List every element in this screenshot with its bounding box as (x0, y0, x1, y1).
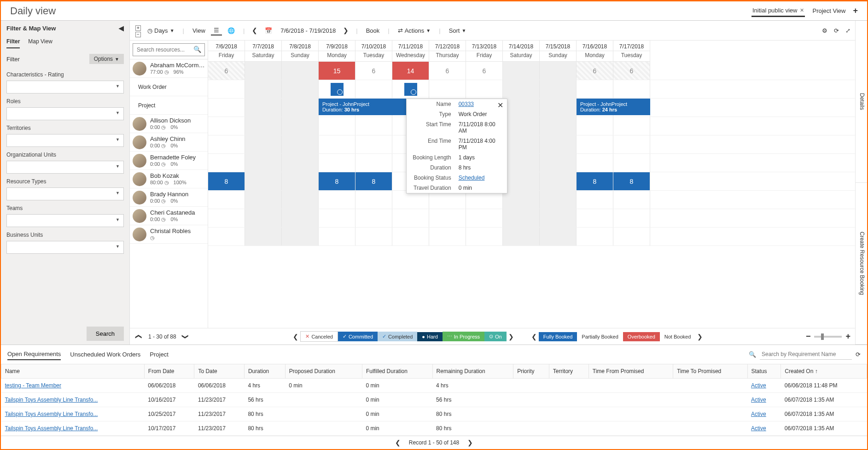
resource-row[interactable]: Bernadette Foley0:00 ◷0% (130, 152, 208, 170)
settings-icon[interactable]: ⚙ (822, 27, 827, 34)
schedule-cell[interactable] (577, 135, 613, 153)
resource-row[interactable]: Allison Dickson0:00 ◷0% (130, 115, 208, 133)
schedule-cell[interactable] (245, 172, 282, 190)
create-booking-panel-toggle[interactable]: Create Resource Booking (856, 183, 867, 345)
schedule-cell[interactable] (355, 154, 392, 172)
schedule-cell[interactable] (282, 209, 319, 227)
project-bar[interactable]: Project - JohnProjectDuration: 24 hrs (577, 99, 650, 115)
schedule-cell[interactable] (466, 209, 503, 227)
expand-all-button[interactable]: + (135, 25, 141, 31)
requirement-row[interactable]: Tailspin Toys Assembly Line Transfo...10… (1, 393, 867, 407)
requirement-search-input[interactable] (760, 349, 852, 360)
refresh-icon[interactable]: ⟳ (856, 351, 861, 358)
schedule-cell[interactable] (319, 135, 355, 153)
schedule-cell[interactable]: 8 (613, 172, 650, 190)
schedule-cell[interactable]: 8 (319, 172, 355, 190)
fullscreen-icon[interactable]: ⤢ (845, 27, 851, 34)
column-header[interactable]: Territory (549, 364, 588, 379)
tab-open-requirements[interactable]: Open Requirements (7, 349, 61, 360)
tooltip-link[interactable]: Scheduled (459, 175, 485, 181)
schedule-cell[interactable] (282, 154, 319, 172)
column-header[interactable]: From Date (144, 364, 194, 379)
schedule-cell[interactable] (355, 80, 392, 98)
schedule-cell[interactable] (208, 191, 245, 209)
collapse-sidebar-icon[interactable]: ◀ (119, 24, 124, 32)
res-down-button[interactable]: ❯ (182, 332, 189, 341)
schedule-cell[interactable] (613, 80, 650, 98)
column-header[interactable]: Status (747, 364, 781, 379)
schedule-cell[interactable] (503, 209, 540, 227)
schedule-cell[interactable] (540, 117, 577, 135)
schedule-cell[interactable] (319, 228, 355, 245)
schedule-cell[interactable] (392, 228, 429, 245)
resource-row[interactable]: Cheri Castaneda0:00 ◷0% (130, 207, 208, 225)
schedule-cell[interactable] (208, 209, 245, 227)
resource-row[interactable]: Ashley Chinn0:00 ◷0% (130, 133, 208, 152)
zoom-slider[interactable] (814, 336, 842, 338)
schedule-cell[interactable] (613, 117, 650, 135)
schedule-cell[interactable] (540, 80, 577, 98)
schedule-cell[interactable] (613, 228, 650, 245)
schedule-cell[interactable] (503, 135, 540, 153)
schedule-cell[interactable] (245, 117, 282, 135)
schedule-cell[interactable]: 6 (429, 62, 466, 80)
schedule-cell[interactable] (245, 135, 282, 153)
legend-not-booked[interactable]: Not Booked (660, 332, 695, 341)
requirement-link[interactable]: Tailspin Toys Assembly Line Transfo... (5, 411, 98, 417)
day-column-header[interactable]: 7/6/2018Friday (208, 41, 245, 62)
resource-row[interactable]: Abraham McCormi...77:00 ◷96% (130, 59, 208, 78)
day-column-header[interactable]: 7/16/2018Monday (577, 41, 613, 62)
filter-select[interactable] (6, 161, 124, 174)
column-header[interactable]: Name (1, 364, 145, 379)
schedule-cell[interactable] (355, 135, 392, 153)
filter-select[interactable] (6, 241, 124, 254)
schedule-cell[interactable]: 6 (613, 62, 650, 80)
resource-row[interactable]: Christal Robles ◷ (130, 225, 208, 244)
schedule-cell[interactable] (429, 228, 466, 245)
day-column-header[interactable]: 7/8/2018Sunday (282, 41, 319, 62)
schedule-cell[interactable] (429, 209, 466, 227)
requirement-row[interactable]: Tailspin Toys Assembly Line Transfo...10… (1, 421, 867, 436)
req-prev-button[interactable]: ❮ (393, 439, 402, 446)
schedule-cell[interactable] (540, 62, 577, 80)
schedule-cell[interactable] (245, 62, 282, 80)
workorder-block[interactable] (331, 83, 344, 96)
schedule-cell[interactable] (319, 154, 355, 172)
day-column-header[interactable]: 7/7/2018Saturday (245, 41, 282, 62)
schedule-cell[interactable] (503, 62, 540, 80)
legend-prev[interactable]: ❮ (291, 333, 300, 340)
schedule-cell[interactable] (208, 117, 245, 135)
schedule-cell[interactable] (282, 117, 319, 135)
book-button[interactable]: Book (363, 26, 383, 35)
schedule-cell[interactable] (208, 135, 245, 153)
zoom-in-button[interactable]: + (845, 332, 851, 341)
schedule-cell[interactable] (577, 117, 613, 135)
schedule-cell[interactable] (245, 99, 282, 117)
schedule-cell[interactable] (613, 209, 650, 227)
schedule-cell[interactable] (466, 228, 503, 245)
resource-row[interactable]: Bob Kozak80:00 ◷100% (130, 170, 208, 188)
schedule-cell[interactable] (540, 228, 577, 245)
schedule-cell[interactable] (577, 191, 613, 209)
view-tab-project[interactable]: Project View (811, 6, 846, 16)
requirement-link[interactable]: testing - Team Member (5, 382, 62, 389)
column-header[interactable]: Priority (513, 364, 549, 379)
sort-button[interactable]: Sort▼ (446, 26, 469, 35)
prev-period-button[interactable]: ❮ (250, 27, 259, 34)
schedule-cell[interactable] (577, 154, 613, 172)
schedule-cell[interactable]: 6 (208, 62, 245, 80)
schedule-cell[interactable] (503, 80, 540, 98)
schedule-cell[interactable] (503, 228, 540, 245)
schedule-cell[interactable] (282, 99, 319, 117)
column-header[interactable]: Proposed Duration (285, 364, 362, 379)
tab-project[interactable]: Project (150, 349, 168, 360)
status-link[interactable]: Active (751, 425, 766, 432)
schedule-cell[interactable] (392, 80, 429, 98)
schedule-cell[interactable]: 6 (466, 62, 503, 80)
day-column-header[interactable]: 7/17/2018Tuesday (613, 41, 650, 62)
legend-hard[interactable]: ●Hard (417, 332, 443, 341)
filter-select[interactable] (6, 187, 124, 200)
schedule-cell[interactable] (577, 209, 613, 227)
schedule-cell[interactable] (282, 228, 319, 245)
add-view-button[interactable]: + (853, 6, 858, 16)
